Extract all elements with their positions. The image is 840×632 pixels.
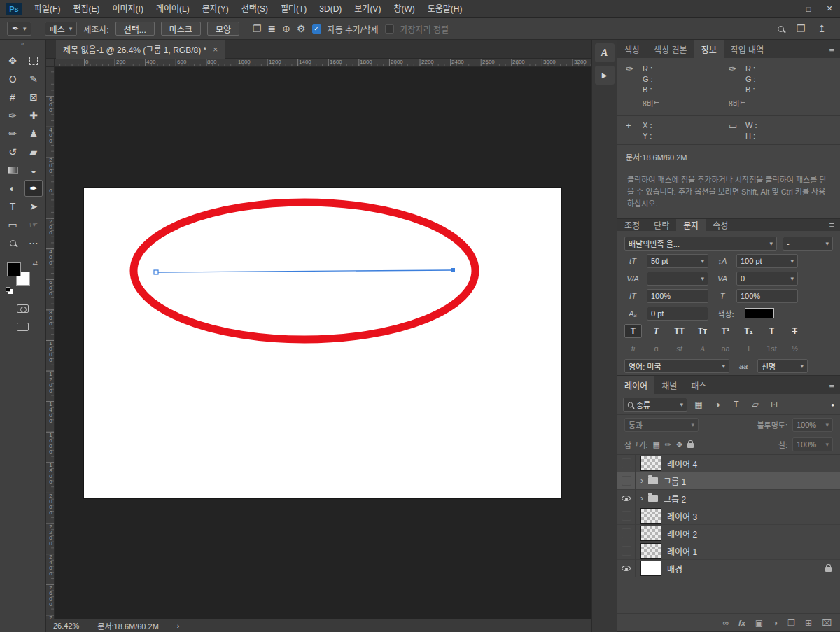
make-shape-button[interactable]: 모양 <box>207 22 239 36</box>
blur-tool[interactable]: ◒ <box>24 162 43 178</box>
path-arrangement-icon[interactable]: ⊕ <box>282 23 290 34</box>
swash-button[interactable]: A <box>694 342 711 355</box>
lock-transparent-pixels-icon[interactable]: ▦ <box>652 440 659 449</box>
baseline-shift-field[interactable]: 0 pt <box>647 307 708 321</box>
strikethrough-button[interactable]: T <box>786 324 804 338</box>
visibility-toggle[interactable] <box>617 490 636 507</box>
layer-thumbnail[interactable] <box>640 456 662 471</box>
layer-name[interactable]: 그룹 2 <box>664 493 686 505</box>
history-brush-tool[interactable]: ↺ <box>4 143 22 160</box>
contextual-alternates-button[interactable]: ɑ <box>648 342 665 355</box>
font-style-select[interactable]: - ▾ <box>783 237 833 251</box>
vertical-scale-field[interactable]: 100% <box>647 289 708 303</box>
language-select[interactable]: 영어: 미국 ▾ <box>624 359 729 373</box>
anti-alias-select[interactable]: 선명 ▾ <box>757 359 808 373</box>
fractions-button[interactable]: ½ <box>786 342 804 355</box>
toolbar-collapse-icon[interactable]: « <box>0 40 46 50</box>
screen-mode-icon[interactable] <box>17 323 29 331</box>
hand-tool[interactable]: ☞ <box>24 216 43 233</box>
gradient-tool[interactable] <box>4 162 22 178</box>
faux-italic-button[interactable]: T <box>648 324 665 338</box>
tab-history[interactable]: 작업 내역 <box>724 40 771 58</box>
underline-button[interactable]: T <box>763 324 780 338</box>
path-operations-icon[interactable]: ❐ <box>253 23 262 34</box>
layer-style-icon[interactable]: fx <box>738 619 746 627</box>
vertical-ruler[interactable]: 600 400 200 0 200 400 600 800 1000 1200 … <box>46 67 55 619</box>
kerning-select[interactable]: ▾ <box>647 272 708 286</box>
align-edges-checkbox[interactable] <box>385 24 394 34</box>
text-color-swatch[interactable] <box>745 308 774 318</box>
group-expand-icon[interactable]: › <box>640 476 646 486</box>
tab-adjustments[interactable]: 조정 <box>617 219 647 231</box>
tab-character[interactable]: 문자 <box>676 219 706 231</box>
gear-icon[interactable]: ⚙ <box>297 23 306 34</box>
filter-pixel-layers-icon[interactable]: ▦ <box>691 398 706 412</box>
filter-adjustment-layers-icon[interactable]: ◑ <box>710 398 725 412</box>
faux-bold-button[interactable]: T <box>624 324 642 338</box>
layer-name[interactable]: 레이어 4 <box>667 458 697 470</box>
discretionary-ligatures-button[interactable]: st <box>671 342 688 355</box>
quick-selection-tool[interactable]: ✎ <box>24 71 43 87</box>
document-tab[interactable]: 제목 없음-1 @ 26.4% (그룹 1, RGB/8) * × <box>56 40 225 59</box>
path-selection-tool[interactable]: ➤ <box>24 198 43 215</box>
menu-select[interactable]: 선택(S) <box>235 0 274 18</box>
new-group-icon[interactable]: ❒ <box>788 618 795 628</box>
layer-row[interactable]: 레이어 3 <box>617 507 840 525</box>
menu-image[interactable]: 이미지(I) <box>106 0 149 18</box>
layer-thumbnail[interactable] <box>640 526 662 541</box>
make-selection-button[interactable]: 선택... <box>115 22 155 36</box>
layer-name[interactable]: 그룹 1 <box>664 475 686 487</box>
auto-add-delete-checkbox[interactable]: ✓ <box>312 24 321 34</box>
eyedropper-tool[interactable]: ✑ <box>4 107 22 124</box>
subscript-button[interactable]: T₁ <box>740 324 757 338</box>
delete-layer-icon[interactable]: ⌧ <box>822 618 832 628</box>
tab-info[interactable]: 정보 <box>694 40 724 58</box>
layer-name[interactable]: 레이어 3 <box>667 510 697 522</box>
new-layer-icon[interactable]: ⊞ <box>805 618 812 628</box>
eraser-tool[interactable]: ▰ <box>24 143 43 160</box>
tool-preset-button[interactable]: ✒ ▾ <box>7 22 31 36</box>
link-layers-icon[interactable]: ∞ <box>722 618 729 628</box>
layer-name[interactable]: 레이어 1 <box>667 545 697 557</box>
tab-paths[interactable]: 패스 <box>684 376 713 394</box>
horizontal-scale-field[interactable]: 100% <box>736 289 798 303</box>
layer-filter-select[interactable]: 종류 ▾ <box>623 398 687 412</box>
fill-select[interactable]: 100% ▾ <box>792 437 833 451</box>
menu-file[interactable]: 파일(F) <box>28 0 66 18</box>
lock-position-icon[interactable]: ✥ <box>676 440 682 449</box>
close-tab-icon[interactable]: × <box>213 45 218 55</box>
stylistic-alternates-button[interactable]: aa <box>717 342 734 355</box>
zoom-level-field[interactable]: 26.42% <box>53 622 79 630</box>
menu-edit[interactable]: 편집(E) <box>66 0 106 18</box>
menu-view[interactable]: 보기(V) <box>348 0 387 18</box>
close-button[interactable]: ✕ <box>819 0 840 18</box>
filter-type-layers-icon[interactable]: T <box>729 398 744 412</box>
path-anchor-end[interactable] <box>451 268 455 272</box>
horizontal-ruler[interactable]: 0 200 400 600 800 1000 1200 1400 1600 18… <box>55 59 592 67</box>
path-anchor-start[interactable] <box>154 270 158 274</box>
filter-smart-objects-icon[interactable]: ⊡ <box>766 398 782 412</box>
visibility-toggle[interactable] <box>617 525 636 542</box>
menu-help[interactable]: 도움말(H) <box>421 0 469 18</box>
shape-tool[interactable]: ▭ <box>4 216 22 233</box>
maximize-button[interactable]: □ <box>798 0 819 18</box>
bit-depth-label[interactable]: 8비트 <box>643 98 737 108</box>
canvas-viewport[interactable] <box>55 67 592 619</box>
visibility-toggle[interactable] <box>617 472 636 490</box>
share-icon[interactable]: ↥ <box>818 23 826 34</box>
bit-depth-label[interactable]: 8비트 <box>729 98 823 108</box>
minimize-button[interactable]: — <box>777 0 798 18</box>
panel-menu-icon[interactable]: ≡ <box>829 376 840 394</box>
tab-properties[interactable]: 속성 <box>706 219 735 231</box>
font-family-select[interactable]: 배달의민족 을... ▾ <box>624 237 777 251</box>
workspace-icon[interactable]: ❒ <box>797 23 806 34</box>
layer-name[interactable]: 레이어 2 <box>667 528 697 540</box>
layer-row-background[interactable]: 배경 <box>617 560 840 577</box>
search-icon[interactable] <box>778 26 784 32</box>
lock-image-pixels-icon[interactable]: ✏ <box>665 440 671 449</box>
filter-toggle-icon[interactable]: ● <box>831 402 834 408</box>
visibility-toggle[interactable] <box>617 507 636 525</box>
menu-window[interactable]: 창(W) <box>387 0 421 18</box>
lock-all-icon[interactable] <box>687 443 694 448</box>
clone-stamp-tool[interactable]: ♟ <box>24 125 43 142</box>
